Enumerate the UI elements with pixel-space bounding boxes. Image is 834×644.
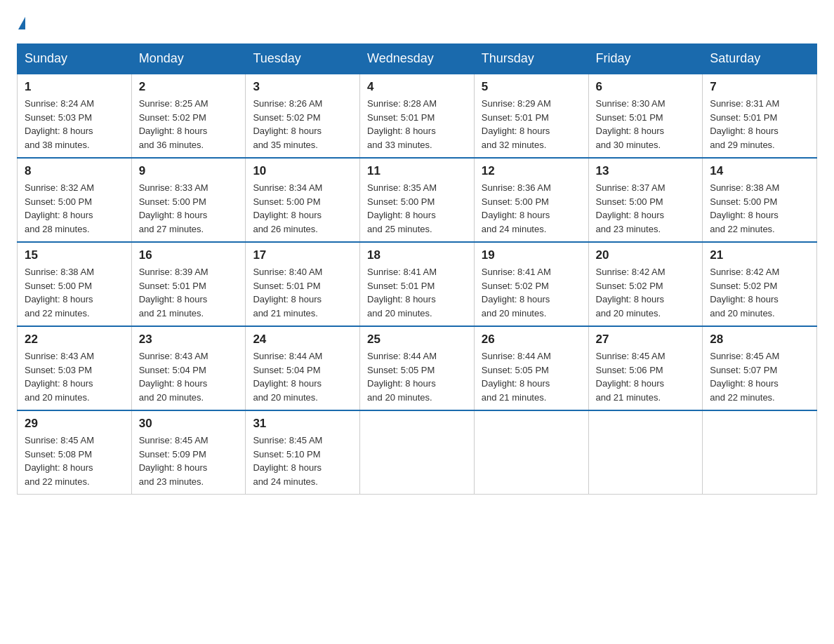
day-number: 30 <box>139 417 239 431</box>
day-number: 22 <box>25 333 124 347</box>
day-number: 26 <box>482 333 581 347</box>
day-info: Sunrise: 8:41 AM Sunset: 5:01 PM Dayligh… <box>367 265 467 320</box>
day-cell-25: 25 Sunrise: 8:44 AM Sunset: 5:05 PM Dayl… <box>360 326 475 410</box>
day-info: Sunrise: 8:40 AM Sunset: 5:01 PM Dayligh… <box>253 265 352 320</box>
day-info: Sunrise: 8:45 AM Sunset: 5:08 PM Dayligh… <box>25 434 124 488</box>
day-info: Sunrise: 8:45 AM Sunset: 5:10 PM Dayligh… <box>253 434 352 488</box>
day-info: Sunrise: 8:43 AM Sunset: 5:04 PM Dayligh… <box>139 349 239 404</box>
calendar-table: SundayMondayTuesdayWednesdayThursdayFrid… <box>17 43 817 495</box>
day-info: Sunrise: 8:44 AM Sunset: 5:05 PM Dayligh… <box>367 349 467 404</box>
day-number: 14 <box>710 164 809 178</box>
day-number: 16 <box>139 248 239 262</box>
day-number: 20 <box>596 248 696 262</box>
day-cell-14: 14 Sunrise: 8:38 AM Sunset: 5:00 PM Dayl… <box>703 158 817 242</box>
weekday-header-saturday: Saturday <box>703 44 817 74</box>
weekday-header-wednesday: Wednesday <box>360 44 475 74</box>
day-cell-31: 31 Sunrise: 8:45 AM Sunset: 5:10 PM Dayl… <box>246 410 360 495</box>
day-cell-16: 16 Sunrise: 8:39 AM Sunset: 5:01 PM Dayl… <box>131 242 246 326</box>
day-info: Sunrise: 8:37 AM Sunset: 5:00 PM Dayligh… <box>596 181 696 236</box>
day-info: Sunrise: 8:45 AM Sunset: 5:09 PM Dayligh… <box>139 434 239 488</box>
day-info: Sunrise: 8:31 AM Sunset: 5:01 PM Dayligh… <box>710 97 809 152</box>
day-cell-19: 19 Sunrise: 8:41 AM Sunset: 5:02 PM Dayl… <box>474 242 588 326</box>
day-number: 28 <box>710 333 809 347</box>
calendar-body: 1 Sunrise: 8:24 AM Sunset: 5:03 PM Dayli… <box>18 74 817 495</box>
day-cell-11: 11 Sunrise: 8:35 AM Sunset: 5:00 PM Dayl… <box>360 158 475 242</box>
day-info: Sunrise: 8:38 AM Sunset: 5:00 PM Dayligh… <box>25 265 124 320</box>
day-cell-26: 26 Sunrise: 8:44 AM Sunset: 5:05 PM Dayl… <box>474 326 588 410</box>
page-header <box>17 17 817 31</box>
day-number: 27 <box>596 333 696 347</box>
week-row-4: 22 Sunrise: 8:43 AM Sunset: 5:03 PM Dayl… <box>18 326 817 410</box>
weekday-header-tuesday: Tuesday <box>246 44 360 74</box>
day-info: Sunrise: 8:35 AM Sunset: 5:00 PM Dayligh… <box>367 181 467 236</box>
day-info: Sunrise: 8:26 AM Sunset: 5:02 PM Dayligh… <box>253 97 352 152</box>
day-number: 9 <box>139 164 239 178</box>
day-number: 29 <box>25 417 124 431</box>
day-number: 17 <box>253 248 352 262</box>
day-info: Sunrise: 8:44 AM Sunset: 5:05 PM Dayligh… <box>482 349 581 404</box>
day-number: 23 <box>139 333 239 347</box>
day-cell-30: 30 Sunrise: 8:45 AM Sunset: 5:09 PM Dayl… <box>131 410 246 495</box>
day-cell-24: 24 Sunrise: 8:44 AM Sunset: 5:04 PM Dayl… <box>246 326 360 410</box>
weekday-header-monday: Monday <box>131 44 246 74</box>
empty-cell-4-3 <box>360 410 475 495</box>
day-cell-27: 27 Sunrise: 8:45 AM Sunset: 5:06 PM Dayl… <box>588 326 703 410</box>
day-info: Sunrise: 8:39 AM Sunset: 5:01 PM Dayligh… <box>139 265 239 320</box>
day-cell-1: 1 Sunrise: 8:24 AM Sunset: 5:03 PM Dayli… <box>18 74 132 158</box>
logo-triangle-icon <box>18 17 25 29</box>
day-cell-6: 6 Sunrise: 8:30 AM Sunset: 5:01 PM Dayli… <box>588 74 703 158</box>
day-cell-8: 8 Sunrise: 8:32 AM Sunset: 5:00 PM Dayli… <box>18 158 132 242</box>
day-info: Sunrise: 8:41 AM Sunset: 5:02 PM Dayligh… <box>482 265 581 320</box>
day-info: Sunrise: 8:44 AM Sunset: 5:04 PM Dayligh… <box>253 349 352 404</box>
day-number: 21 <box>710 248 809 262</box>
day-number: 18 <box>367 248 467 262</box>
day-cell-20: 20 Sunrise: 8:42 AM Sunset: 5:02 PM Dayl… <box>588 242 703 326</box>
day-number: 7 <box>710 80 809 94</box>
day-number: 15 <box>25 248 124 262</box>
day-cell-13: 13 Sunrise: 8:37 AM Sunset: 5:00 PM Dayl… <box>588 158 703 242</box>
day-info: Sunrise: 8:28 AM Sunset: 5:01 PM Dayligh… <box>367 97 467 152</box>
day-cell-3: 3 Sunrise: 8:26 AM Sunset: 5:02 PM Dayli… <box>246 74 360 158</box>
day-info: Sunrise: 8:34 AM Sunset: 5:00 PM Dayligh… <box>253 181 352 236</box>
day-number: 31 <box>253 417 352 431</box>
day-number: 24 <box>253 333 352 347</box>
week-row-1: 1 Sunrise: 8:24 AM Sunset: 5:03 PM Dayli… <box>18 74 817 158</box>
day-number: 8 <box>25 164 124 178</box>
day-number: 13 <box>596 164 696 178</box>
day-cell-21: 21 Sunrise: 8:42 AM Sunset: 5:02 PM Dayl… <box>703 242 817 326</box>
day-info: Sunrise: 8:42 AM Sunset: 5:02 PM Dayligh… <box>596 265 696 320</box>
day-info: Sunrise: 8:36 AM Sunset: 5:00 PM Dayligh… <box>482 181 581 236</box>
day-cell-4: 4 Sunrise: 8:28 AM Sunset: 5:01 PM Dayli… <box>360 74 475 158</box>
day-number: 2 <box>139 80 239 94</box>
day-cell-12: 12 Sunrise: 8:36 AM Sunset: 5:00 PM Dayl… <box>474 158 588 242</box>
weekday-header-row: SundayMondayTuesdayWednesdayThursdayFrid… <box>18 44 817 74</box>
weekday-header-sunday: Sunday <box>18 44 132 74</box>
day-cell-10: 10 Sunrise: 8:34 AM Sunset: 5:00 PM Dayl… <box>246 158 360 242</box>
day-info: Sunrise: 8:32 AM Sunset: 5:00 PM Dayligh… <box>25 181 124 236</box>
day-info: Sunrise: 8:43 AM Sunset: 5:03 PM Dayligh… <box>25 349 124 404</box>
day-cell-5: 5 Sunrise: 8:29 AM Sunset: 5:01 PM Dayli… <box>474 74 588 158</box>
day-info: Sunrise: 8:45 AM Sunset: 5:06 PM Dayligh… <box>596 349 696 404</box>
day-cell-22: 22 Sunrise: 8:43 AM Sunset: 5:03 PM Dayl… <box>18 326 132 410</box>
day-info: Sunrise: 8:45 AM Sunset: 5:07 PM Dayligh… <box>710 349 809 404</box>
logo <box>17 17 27 31</box>
day-info: Sunrise: 8:30 AM Sunset: 5:01 PM Dayligh… <box>596 97 696 152</box>
week-row-3: 15 Sunrise: 8:38 AM Sunset: 5:00 PM Dayl… <box>18 242 817 326</box>
day-number: 5 <box>482 80 581 94</box>
week-row-2: 8 Sunrise: 8:32 AM Sunset: 5:00 PM Dayli… <box>18 158 817 242</box>
day-number: 11 <box>367 164 467 178</box>
empty-cell-4-5 <box>588 410 703 495</box>
day-cell-15: 15 Sunrise: 8:38 AM Sunset: 5:00 PM Dayl… <box>18 242 132 326</box>
day-number: 1 <box>25 80 124 94</box>
day-cell-23: 23 Sunrise: 8:43 AM Sunset: 5:04 PM Dayl… <box>131 326 246 410</box>
day-number: 6 <box>596 80 696 94</box>
day-cell-9: 9 Sunrise: 8:33 AM Sunset: 5:00 PM Dayli… <box>131 158 246 242</box>
calendar-header: SundayMondayTuesdayWednesdayThursdayFrid… <box>18 44 817 74</box>
day-cell-18: 18 Sunrise: 8:41 AM Sunset: 5:01 PM Dayl… <box>360 242 475 326</box>
day-cell-2: 2 Sunrise: 8:25 AM Sunset: 5:02 PM Dayli… <box>131 74 246 158</box>
day-number: 4 <box>367 80 467 94</box>
day-number: 19 <box>482 248 581 262</box>
day-number: 25 <box>367 333 467 347</box>
day-info: Sunrise: 8:38 AM Sunset: 5:00 PM Dayligh… <box>710 181 809 236</box>
day-cell-28: 28 Sunrise: 8:45 AM Sunset: 5:07 PM Dayl… <box>703 326 817 410</box>
